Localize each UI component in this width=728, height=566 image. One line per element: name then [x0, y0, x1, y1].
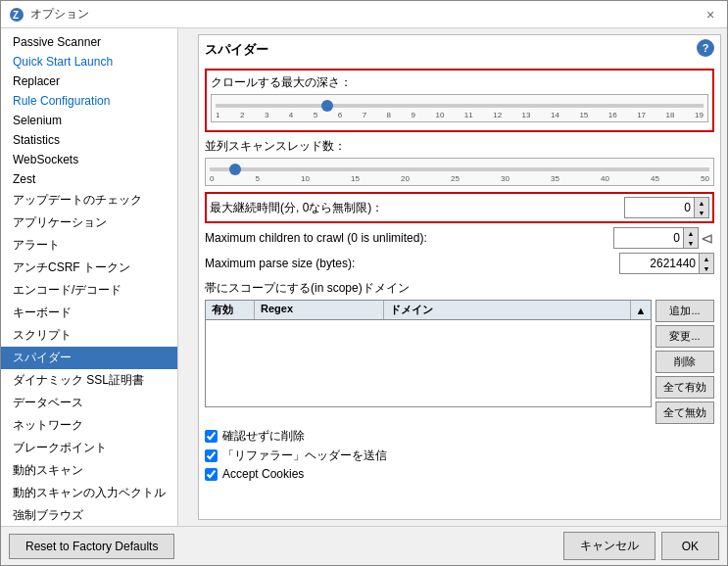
spider-group: スパイダー ? クロールする最大の深さ： 1234567891011121314… — [198, 34, 721, 520]
cancel-button[interactable]: キャンセル — [563, 532, 655, 560]
sidebar-item-20[interactable]: 動的スキャン — [1, 459, 177, 482]
th-sort[interactable]: ▲ — [631, 301, 651, 319]
max-children-down[interactable]: ▼ — [684, 238, 698, 248]
max-duration-spinbox-btns: ▲ ▼ — [694, 198, 708, 217]
checkbox-referer-label: 「リファラー」ヘッダーを送信 — [222, 448, 387, 464]
right-panel: スパイダー ? クロールする最大の深さ： 1234567891011121314… — [192, 28, 727, 526]
checkboxes-section: 確認せずに削除 「リファラー」ヘッダーを送信 Accept Cookies — [205, 428, 714, 481]
spider-title: スパイダー — [205, 41, 268, 59]
depth-slider-container: 12345678910111213141516171819 — [211, 94, 708, 122]
bottom-right: キャンセル OK — [563, 532, 719, 560]
max-depth-section: クロールする最大の深さ： 123456789101112131415161718… — [205, 69, 714, 132]
max-duration-up[interactable]: ▲ — [695, 198, 708, 208]
main-content: Passive ScannerQuick Start LaunchReplace… — [1, 28, 727, 526]
parallel-ticks: 05101520253035404550 — [210, 174, 709, 183]
modify-button[interactable]: 変更... — [655, 325, 714, 348]
app-icon: Z — [9, 7, 24, 23]
sidebar-item-8[interactable]: アップデートのチェック — [1, 189, 177, 212]
checkbox-cookies-label: Accept Cookies — [222, 467, 304, 481]
close-button[interactable]: × — [702, 6, 719, 24]
checkbox-delete-label: 確認せずに削除 — [222, 428, 305, 445]
parallel-slider-container: 05101520253035404550 — [205, 158, 714, 186]
sidebar-item-7[interactable]: Zest — [1, 169, 177, 189]
ok-button[interactable]: OK — [661, 532, 719, 560]
checkbox-row-3: Accept Cookies — [205, 467, 714, 481]
max-duration-spinbox: ▲ ▼ — [624, 197, 709, 218]
sidebar-item-18[interactable]: ネットワーク — [1, 414, 177, 437]
parallel-section: 並列スキャンスレッド数： 05101520253035404550 — [205, 138, 714, 186]
sidebar-item-9[interactable]: アプリケーション — [1, 212, 177, 234]
help-icon[interactable]: ? — [697, 39, 714, 57]
max-parse-up[interactable]: ▲ — [700, 254, 713, 263]
max-children-spinbox: ▲ ▼ — [613, 227, 699, 249]
sidebar-item-19[interactable]: ブレークポイント — [1, 437, 177, 459]
sidebar-item-3[interactable]: Rule Configuration — [1, 91, 177, 111]
main-window: Z オプション × Passive ScannerQuick Start Lau… — [0, 0, 728, 566]
max-parse-input[interactable] — [620, 254, 699, 273]
sidebar-item-1[interactable]: Quick Start Launch — [1, 52, 177, 71]
sidebar: Passive ScannerQuick Start LaunchReplace… — [1, 28, 178, 526]
reset-button[interactable]: Reset to Factory Defaults — [9, 534, 174, 559]
th-domain: ドメイン — [384, 301, 631, 319]
table-action-buttons: 追加... 変更... 削除 全て有効 全て無効 — [655, 300, 714, 424]
svg-text:Z: Z — [13, 10, 19, 21]
window-title: オプション — [30, 6, 89, 23]
max-children-input[interactable] — [614, 228, 683, 248]
th-valid: 有効 — [206, 301, 255, 319]
add-button[interactable]: 追加... — [655, 300, 714, 322]
max-parse-row: Maximum parse size (bytes): ▲ ▼ — [205, 253, 714, 274]
sidebar-item-6[interactable]: WebSockets — [1, 150, 177, 169]
domain-table: 有効 Regex ドメイン ▲ — [205, 300, 652, 407]
sidebar-item-0[interactable]: Passive Scanner — [1, 32, 177, 52]
table-header: 有効 Regex ドメイン ▲ — [206, 301, 651, 320]
sidebar-item-22[interactable]: 強制ブラウズ — [1, 504, 177, 526]
checkbox-delete[interactable] — [205, 430, 218, 443]
max-children-label: Maximum children to crawl (0 is unlimite… — [205, 231, 613, 245]
sidebar-item-13[interactable]: キーボード — [1, 302, 177, 324]
sidebar-item-14[interactable]: スクリプト — [1, 324, 177, 347]
sidebar-item-5[interactable]: Statistics — [1, 130, 177, 150]
max-children-up[interactable]: ▲ — [684, 228, 698, 238]
bottom-left: Reset to Factory Defaults — [9, 534, 174, 559]
max-parse-spinbox: ▲ ▼ — [619, 253, 714, 274]
titlebar-left: Z オプション — [9, 6, 89, 23]
parallel-slider[interactable] — [210, 167, 709, 171]
max-duration-input[interactable] — [625, 198, 694, 217]
sidebar-item-16[interactable]: ダイナミック SSL証明書 — [1, 369, 177, 392]
max-parse-label: Maximum parse size (bytes): — [205, 257, 619, 270]
max-parse-down[interactable]: ▼ — [700, 263, 713, 273]
sidebar-item-11[interactable]: アンチCSRF トークン — [1, 257, 177, 279]
max-duration-down[interactable]: ▼ — [695, 208, 708, 217]
sidebar-item-17[interactable]: データベース — [1, 392, 177, 414]
th-regex: Regex — [255, 301, 384, 319]
max-children-spinbox-btns: ▲ ▼ — [683, 228, 698, 248]
sidebar-item-12[interactable]: エンコード/デコード — [1, 279, 177, 302]
disable-all-button[interactable]: 全て無効 — [655, 401, 714, 424]
max-children-row: Maximum children to crawl (0 is unlimite… — [205, 227, 714, 249]
table-body — [206, 320, 651, 404]
checkbox-referer[interactable] — [205, 449, 218, 462]
parallel-label: 並列スキャンスレッド数： — [205, 138, 714, 155]
right-scroll-hint: ⊲ — [701, 229, 714, 248]
sidebar-container: Passive ScannerQuick Start LaunchReplace… — [1, 28, 192, 526]
enable-all-button[interactable]: 全て有効 — [655, 376, 714, 399]
checkbox-cookies[interactable] — [205, 468, 218, 481]
max-duration-row: 最大継続時間(分, 0なら無制限)： ▲ ▼ — [205, 192, 714, 223]
sidebar-item-4[interactable]: Selenium — [1, 111, 177, 130]
max-duration-label: 最大継続時間(分, 0なら無制限)： — [210, 200, 624, 216]
titlebar: Z オプション × — [1, 1, 727, 28]
checkbox-row-1: 確認せずに削除 — [205, 428, 714, 445]
sidebar-item-2[interactable]: Replacer — [1, 71, 177, 91]
max-depth-label: クロールする最大の深さ： — [211, 74, 708, 91]
domain-table-area: 有効 Regex ドメイン ▲ 追加... 変更... 削除 全て有効 — [205, 300, 714, 424]
bottom-bar: Reset to Factory Defaults キャンセル OK — [1, 526, 727, 565]
sidebar-item-15[interactable]: スパイダー — [1, 347, 177, 369]
depth-slider[interactable] — [216, 104, 704, 108]
sidebar-item-10[interactable]: アラート — [1, 234, 177, 257]
sidebar-item-21[interactable]: 動的スキャンの入力ベクトル — [1, 482, 177, 504]
in-scope-section: 帯にスコープにする(in scope)ドメイン 有効 Regex ドメイン ▲ — [205, 280, 714, 424]
checkbox-row-2: 「リファラー」ヘッダーを送信 — [205, 448, 714, 464]
delete-button[interactable]: 削除 — [655, 351, 714, 373]
depth-ticks: 12345678910111213141516171819 — [216, 111, 704, 119]
max-parse-spinbox-btns: ▲ ▼ — [699, 254, 713, 273]
